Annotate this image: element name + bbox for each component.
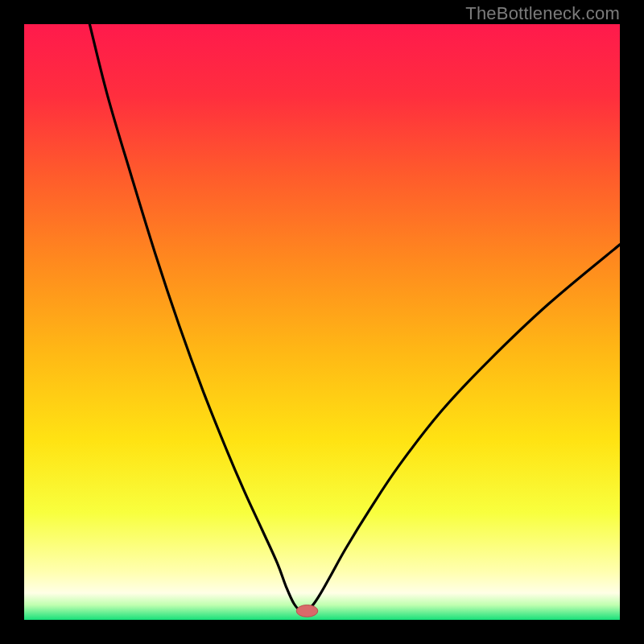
bottleneck-chart [24,24,620,620]
watermark-text: TheBottleneck.com [465,3,620,24]
chart-frame: TheBottleneck.com [0,0,644,644]
min-marker [296,605,318,617]
plot-area [24,24,620,620]
